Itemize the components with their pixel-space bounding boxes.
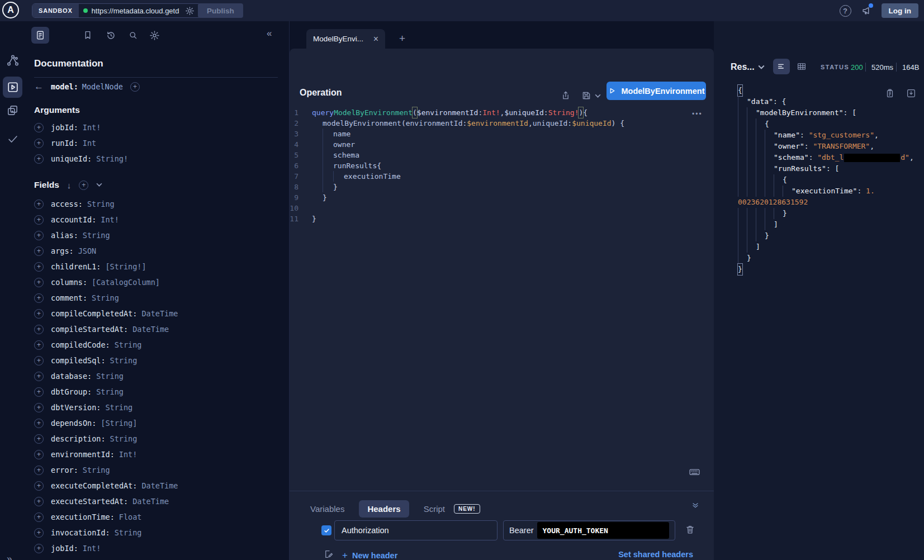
edit-document-icon[interactable] bbox=[323, 549, 334, 559]
share-icon[interactable] bbox=[561, 91, 571, 101]
add-field-icon[interactable]: + bbox=[34, 246, 44, 256]
add-field-icon[interactable]: + bbox=[34, 466, 44, 475]
code-line[interactable]: 9} bbox=[290, 192, 714, 203]
response-dropdown-chevron-icon[interactable] bbox=[758, 65, 765, 70]
add-field-icon[interactable]: + bbox=[34, 139, 44, 148]
sidebar-item-checks[interactable] bbox=[0, 133, 25, 145]
code-line[interactable]: 10 bbox=[290, 203, 714, 213]
view-mode-text-button[interactable] bbox=[773, 59, 790, 74]
expand-rail-button[interactable]: » bbox=[7, 553, 12, 560]
field-row[interactable]: +args:JSON bbox=[34, 243, 286, 259]
field-row[interactable]: +alias:String bbox=[34, 227, 286, 243]
code-line[interactable]: 5schema bbox=[290, 150, 714, 160]
publish-button[interactable]: Publish bbox=[198, 3, 243, 18]
collapse-panel-icon[interactable] bbox=[691, 501, 699, 509]
response-title[interactable]: Res... bbox=[731, 62, 755, 72]
add-fields-icon[interactable]: + bbox=[79, 181, 88, 190]
add-field-icon[interactable]: + bbox=[34, 544, 44, 553]
field-row[interactable]: +compiledCode:String bbox=[34, 337, 286, 353]
docs-settings-gear-icon[interactable] bbox=[149, 30, 160, 41]
endpoint-url[interactable]: https://metadata.cloud.getd bbox=[92, 7, 181, 15]
field-row[interactable]: +jobId:Int! bbox=[34, 540, 286, 556]
help-icon[interactable]: ? bbox=[840, 5, 851, 17]
field-row[interactable]: +dbtGroup:String bbox=[34, 384, 286, 400]
set-shared-headers-link[interactable]: Set shared headers bbox=[618, 550, 693, 559]
field-row[interactable]: +access:String bbox=[34, 196, 286, 212]
add-field-icon[interactable]: + bbox=[34, 293, 44, 303]
header-value-input[interactable]: Bearer YOUR_AUTH_TOKEN bbox=[503, 520, 675, 540]
delete-header-trash-icon[interactable] bbox=[685, 524, 695, 535]
new-header-button[interactable]: + New header bbox=[342, 550, 397, 560]
add-field-icon[interactable]: + bbox=[34, 403, 44, 412]
add-field-icon[interactable]: + bbox=[34, 325, 44, 334]
close-tab-icon[interactable]: × bbox=[373, 35, 378, 44]
add-field-icon[interactable]: + bbox=[34, 528, 44, 538]
field-row[interactable]: +error:String bbox=[34, 462, 286, 478]
argument-row[interactable]: +jobId:Int! bbox=[34, 120, 280, 135]
code-line[interactable]: 4owner bbox=[290, 139, 714, 150]
add-field-icon[interactable]: + bbox=[34, 419, 44, 428]
field-row[interactable]: +dependsOn:[String] bbox=[34, 415, 286, 431]
field-row[interactable]: +accountId:Int! bbox=[34, 212, 286, 227]
search-icon[interactable] bbox=[128, 30, 138, 40]
add-field-icon[interactable]: + bbox=[34, 123, 44, 132]
header-name-input[interactable]: Authorization bbox=[334, 520, 497, 540]
field-row[interactable]: +compileStartedAt:DateTime bbox=[34, 321, 286, 337]
argument-row[interactable]: +uniqueId:String! bbox=[34, 151, 280, 167]
field-row[interactable]: +invocationId:String bbox=[34, 525, 286, 540]
add-field-icon[interactable]: + bbox=[34, 434, 44, 444]
docs-tab-documentation[interactable] bbox=[31, 27, 49, 44]
tab-headers[interactable]: Headers bbox=[359, 500, 409, 518]
add-field-icon[interactable]: + bbox=[34, 497, 44, 506]
sidebar-item-sandboxes[interactable] bbox=[0, 104, 25, 117]
back-arrow-icon[interactable]: ← bbox=[34, 81, 44, 92]
history-icon[interactable] bbox=[106, 30, 116, 41]
field-row[interactable]: +comment:String bbox=[34, 290, 286, 306]
view-mode-table-icon[interactable] bbox=[797, 61, 807, 72]
add-field-icon[interactable]: + bbox=[34, 278, 44, 287]
add-field-icon[interactable]: + bbox=[34, 200, 44, 209]
add-all-fields-icon[interactable]: + bbox=[130, 82, 140, 92]
field-row[interactable]: +compiledSql:String bbox=[34, 353, 286, 368]
bookmark-icon[interactable] bbox=[83, 30, 93, 40]
add-field-icon[interactable]: + bbox=[34, 215, 44, 225]
add-tab-icon[interactable]: + bbox=[399, 32, 405, 45]
code-line[interactable]: 8} bbox=[290, 182, 714, 192]
field-row[interactable]: +compileCompletedAt:DateTime bbox=[34, 306, 286, 321]
field-row[interactable]: +executionTime:Float bbox=[34, 509, 286, 525]
header-enabled-checkbox[interactable] bbox=[321, 525, 331, 535]
collapse-docs-icon[interactable]: « bbox=[267, 28, 272, 39]
endpoint-url-segment[interactable]: https://metadata.cloud.getd bbox=[79, 4, 201, 17]
add-field-icon[interactable]: + bbox=[34, 372, 44, 381]
add-field-icon[interactable]: + bbox=[34, 512, 44, 522]
endpoint-control[interactable]: SANDBOX https://metadata.cloud.getd bbox=[32, 3, 201, 18]
query-editor[interactable]: 1query ModelByEnvironment($environmentId… bbox=[290, 107, 714, 485]
sidebar-item-schema[interactable] bbox=[0, 54, 25, 67]
save-icon[interactable] bbox=[581, 91, 591, 101]
chevron-down-icon[interactable] bbox=[96, 183, 102, 187]
tab-modelbyenvironment[interactable]: ModelByEnvi... × bbox=[306, 29, 385, 49]
endpoint-settings-gear-icon[interactable] bbox=[185, 6, 195, 16]
code-line[interactable]: 3name bbox=[290, 129, 714, 139]
field-row[interactable]: +dbtVersion:String bbox=[34, 400, 286, 415]
announcements-button[interactable] bbox=[861, 5, 872, 16]
field-row[interactable]: +description:String bbox=[34, 431, 286, 447]
sort-icon[interactable]: ↓ bbox=[67, 181, 72, 190]
keyboard-shortcuts-icon[interactable] bbox=[689, 466, 700, 478]
add-field-icon[interactable]: + bbox=[34, 481, 44, 491]
field-row[interactable]: +executeCompletedAt:DateTime bbox=[34, 478, 286, 493]
code-line[interactable]: 11} bbox=[290, 213, 714, 224]
argument-row[interactable]: +runId:Int bbox=[34, 135, 280, 151]
field-row[interactable]: +executeStartedAt:DateTime bbox=[34, 493, 286, 509]
add-field-icon[interactable]: + bbox=[34, 262, 44, 272]
add-field-icon[interactable]: + bbox=[34, 340, 44, 350]
login-button[interactable]: Log in bbox=[882, 3, 919, 18]
add-field-icon[interactable]: + bbox=[34, 450, 44, 459]
add-field-icon[interactable]: + bbox=[34, 231, 44, 240]
add-field-icon[interactable]: + bbox=[34, 356, 44, 366]
apollo-logo[interactable]: A bbox=[2, 2, 19, 18]
sidebar-item-explorer[interactable] bbox=[3, 77, 22, 98]
add-field-icon[interactable]: + bbox=[34, 154, 44, 164]
code-line[interactable]: 1query ModelByEnvironment($environmentId… bbox=[290, 107, 714, 118]
code-line[interactable]: 2modelByEnvironment(environmentId: $envi… bbox=[290, 118, 714, 129]
